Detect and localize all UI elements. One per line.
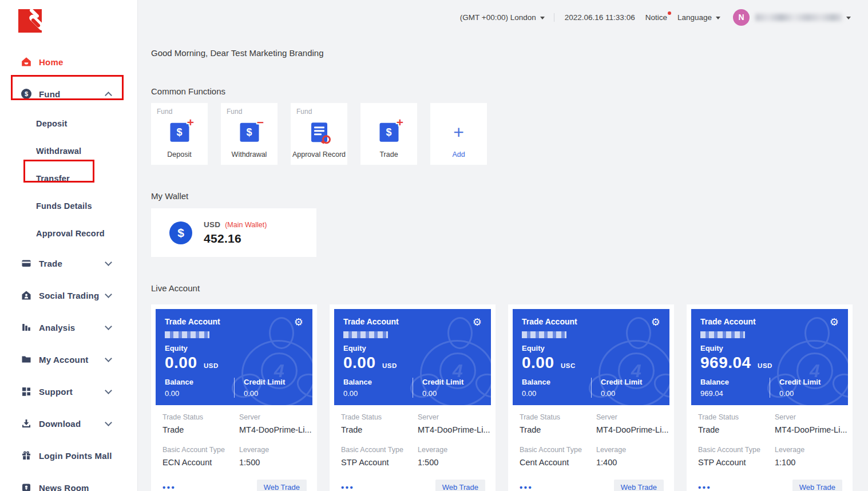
leverage-value: 1:500 <box>239 458 312 467</box>
credit-limit-label: Credit Limit <box>244 378 303 386</box>
sidebar-item-social-trading[interactable]: Social Trading <box>0 279 137 311</box>
account-summary-panel: Trade Account ⚙ Equity 0.00 USD Balance … <box>334 309 491 405</box>
cf-card-trade[interactable]: $+ Trade <box>360 103 417 165</box>
sidebar-item-approval-record[interactable]: Approval Record <box>0 220 137 247</box>
equity-value: 0.00 <box>165 354 197 371</box>
account-details: Trade Status Trade Server MT4-DooPrime-L… <box>156 405 312 491</box>
wallet-currency: USD <box>204 220 220 229</box>
sidebar-item-label: Download <box>39 419 81 429</box>
server-label: Server <box>239 413 312 421</box>
topbar-divider <box>554 13 554 22</box>
web-trade-button[interactable]: Web Trade <box>257 480 307 491</box>
leverage-value: 1:500 <box>418 458 490 467</box>
greeting-text: Good Morning, Dear Test Marketing Brandi… <box>151 48 868 58</box>
sidebar-item-analysis[interactable]: Analysis <box>0 311 137 343</box>
equity-value: 0.00 <box>343 354 376 371</box>
gear-icon[interactable]: ⚙ <box>473 317 482 327</box>
more-options-icon[interactable]: ••• <box>698 482 711 491</box>
sidebar-item-my-account[interactable]: My Account <box>0 343 137 375</box>
equity-currency: USD <box>204 362 219 369</box>
trade-status-value: Trade <box>698 425 775 434</box>
web-trade-button[interactable]: Web Trade <box>792 480 842 491</box>
wallet-info: USD (Main Wallet) 452.16 <box>204 220 267 246</box>
account-number-redacted <box>522 331 566 338</box>
datetime-display: 2022.06.16 11:33:06 <box>565 13 635 22</box>
account-type-label: Basic Account Type <box>520 446 596 454</box>
sidebar-item-download[interactable]: Download <box>0 407 137 439</box>
gear-icon[interactable]: ⚙ <box>651 317 660 327</box>
account-type-value: STP Account <box>341 458 418 467</box>
more-options-icon[interactable]: ••• <box>162 482 176 491</box>
sidebar-item-transfer[interactable]: Transfer <box>0 165 137 192</box>
sidebar-item-support[interactable]: Support <box>0 375 137 407</box>
credit-limit-value: 0.00 <box>422 389 482 398</box>
trade-account-card: Trade Account ⚙ Equity 0.00 USC Balance … <box>508 304 674 491</box>
user-avatar[interactable]: N <box>733 9 750 26</box>
equity-value: 969.04 <box>700 354 751 371</box>
credit-limit-label: Credit Limit <box>601 378 660 386</box>
gear-icon[interactable]: ⚙ <box>294 317 303 327</box>
account-details: Trade Status Trade Server MT4-DooPrime-L… <box>513 405 669 491</box>
account-type-label: Basic Account Type <box>162 446 239 454</box>
cf-card-add[interactable]: + Add <box>430 103 487 165</box>
account-card-title: Trade Account <box>165 317 220 326</box>
web-trade-button[interactable]: Web Trade <box>435 480 485 491</box>
cf-card-deposit[interactable]: Fund $+ Deposit <box>151 103 208 165</box>
server-label: Server <box>596 413 669 421</box>
sidebar-item-news-room[interactable]: News Room <box>0 472 137 491</box>
notice-badge <box>668 11 671 15</box>
notice-label: Notice <box>645 13 667 22</box>
user-menu-caret[interactable] <box>846 17 851 19</box>
sidebar-subitem-label: Transfer <box>36 174 70 183</box>
gear-icon[interactable]: ⚙ <box>830 317 839 327</box>
leverage-label: Leverage <box>775 446 847 454</box>
account-details: Trade Status Trade Server MT4-DooPrime-L… <box>691 405 848 491</box>
sidebar-item-home[interactable]: Home <box>0 46 137 78</box>
web-trade-button[interactable]: Web Trade <box>614 480 664 491</box>
trade-account-card: Trade Account ⚙ Equity 0.00 USD Balance … <box>151 304 317 491</box>
sidebar-item-funds-details[interactable]: Funds Details <box>0 192 137 220</box>
trade-status-label: Trade Status <box>520 413 596 421</box>
sidebar-item-withdrawal[interactable]: Withdrawal <box>0 137 137 165</box>
sidebar-item-fund[interactable]: $ Fund <box>0 78 137 110</box>
cf-label: Trade <box>360 151 417 159</box>
withdrawal-icon: $− <box>240 123 259 142</box>
timezone-selector[interactable]: (GMT +00:00) London <box>460 13 545 22</box>
cf-card-withdrawal[interactable]: Fund $− Withdrawal <box>221 103 278 165</box>
chevron-up-icon <box>105 92 112 99</box>
approval-record-icon <box>311 122 327 142</box>
chevron-down-icon <box>105 355 112 362</box>
sidebar-item-label: Home <box>39 57 63 67</box>
fund-coin-icon: $ <box>21 89 32 99</box>
equity-label: Equity <box>700 344 839 353</box>
equity-label: Equity <box>522 344 660 353</box>
account-summary-panel: Trade Account ⚙ Equity 0.00 USC Balance … <box>513 309 669 405</box>
cf-label: Approval Record <box>291 151 347 159</box>
notice-button[interactable]: Notice <box>645 13 667 22</box>
more-options-icon[interactable]: ••• <box>341 482 354 491</box>
sidebar-item-label: Analysis <box>39 323 75 332</box>
cf-label: Withdrawal <box>221 151 278 159</box>
more-options-icon[interactable]: ••• <box>520 482 533 491</box>
account-number-redacted <box>165 331 209 338</box>
bar-chart-icon <box>21 322 32 332</box>
sidebar-item-label: Login Points Mall <box>39 451 112 461</box>
balance-value: 0.00 <box>343 389 413 398</box>
sidebar-item-label: Social Trading <box>39 291 99 300</box>
language-selector[interactable]: Language <box>677 13 720 22</box>
location-pin-icon <box>21 482 32 491</box>
sidebar-item-trade[interactable]: Trade <box>0 247 137 279</box>
sidebar-item-deposit[interactable]: Deposit <box>0 110 137 137</box>
common-functions-title: Common Functions <box>151 86 868 96</box>
sidebar-item-login-points-mall[interactable]: Login Points Mall <box>0 439 137 472</box>
account-type-value: ECN Account <box>162 458 239 467</box>
credit-limit-value: 0.00 <box>779 389 839 398</box>
deposit-icon: $+ <box>170 123 189 142</box>
account-number-redacted <box>343 331 388 338</box>
wallet-card[interactable]: $ USD (Main Wallet) 452.16 <box>151 208 316 257</box>
cf-card-approval-record[interactable]: Fund Approval Record <box>291 103 347 165</box>
trade-status-value: Trade <box>520 425 596 434</box>
sidebar-item-label: Trade <box>39 259 62 268</box>
equity-currency: USD <box>382 362 397 369</box>
leverage-value: 1:100 <box>775 458 847 467</box>
